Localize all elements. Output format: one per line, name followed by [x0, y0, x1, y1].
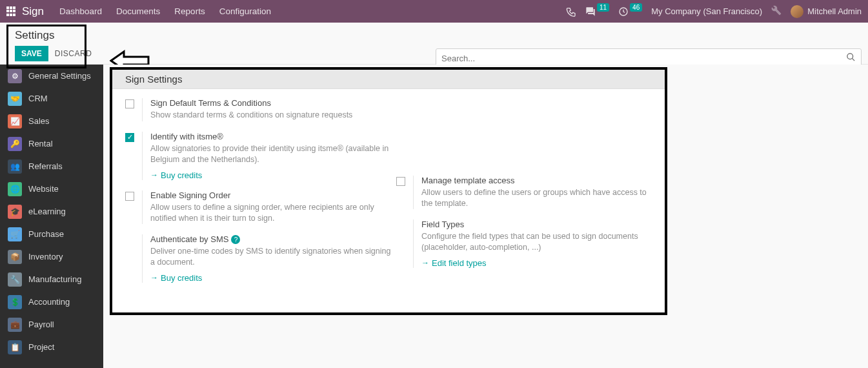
- header-row: Settings SAVE DISCARD: [0, 23, 868, 65]
- book-icon: 🎓: [8, 205, 22, 219]
- globe-icon: 🌐: [8, 182, 22, 196]
- link-edit-field-types[interactable]: Edit field types: [421, 258, 487, 268]
- checkbox-default-terms[interactable]: [125, 99, 134, 108]
- gear-icon: ⚙: [8, 69, 22, 83]
- discard-button[interactable]: DISCARD: [55, 49, 92, 58]
- payroll-icon: 💼: [8, 318, 22, 332]
- settings-right-column: Manage template access Allow users to de…: [396, 98, 652, 293]
- setting-title: Sign Default Terms & Conditions: [150, 98, 396, 108]
- settings-left-column: Sign Default Terms & Conditions Show sta…: [125, 98, 396, 293]
- debug-tools-icon[interactable]: [771, 5, 782, 17]
- sidebar-item-manufacturing[interactable]: 🔧Manufacturing: [0, 268, 103, 291]
- search-input[interactable]: [441, 54, 846, 63]
- sidebar-item-elearning[interactable]: 🎓eLearning: [0, 200, 103, 223]
- apps-grid-icon[interactable]: [6, 6, 17, 17]
- panel-header: Sign Settings: [112, 70, 665, 89]
- sidebar-item-label: Rental: [28, 139, 53, 148]
- sidebar-item-crm[interactable]: 🤝CRM: [0, 87, 103, 110]
- setting-title: Manage template access: [421, 176, 652, 185]
- top-menu: Dashboard Documents Reports Configuratio…: [59, 6, 271, 16]
- setting-title: Authenticate by SMS?: [150, 234, 396, 245]
- sidebar-item-label: Payroll: [28, 320, 54, 329]
- user-menu[interactable]: Mitchell Admin: [791, 5, 862, 18]
- sidebar-item-sales[interactable]: 📈Sales: [0, 110, 103, 132]
- sidebar-item-payroll[interactable]: 💼Payroll: [0, 313, 103, 336]
- sidebar-item-rental[interactable]: 🔑Rental: [0, 132, 103, 155]
- page-title: Settings: [15, 29, 78, 42]
- save-button[interactable]: SAVE: [15, 46, 48, 61]
- checkbox-identify-itsme[interactable]: [125, 133, 134, 142]
- svg-line-2: [852, 58, 854, 61]
- user-name: Mitchell Admin: [807, 6, 862, 16]
- people-icon: 👥: [8, 159, 22, 174]
- setting-field-types: Field Types Configure the field types th…: [396, 220, 652, 268]
- setting-title-text: Authenticate by SMS: [150, 234, 228, 244]
- setting-desc: Deliver one-time codes by SMS to identif…: [150, 246, 396, 268]
- setting-desc: Show standard terms & conditions on sign…: [150, 110, 396, 121]
- wrench-icon: 🔧: [8, 272, 22, 287]
- setting-identify-itsme: Identify with itsme® Allow signatories t…: [125, 132, 396, 180]
- sidebar-item-website[interactable]: 🌐Website: [0, 178, 103, 200]
- checkbox-signing-order[interactable]: [125, 192, 134, 201]
- setting-desc: Allow signatories to provide their ident…: [150, 143, 396, 165]
- setting-title: Identify with itsme®: [150, 132, 396, 141]
- handshake-icon: 🤝: [8, 92, 22, 106]
- activities-icon[interactable]: 46: [618, 6, 642, 17]
- messages-icon[interactable]: 11: [585, 6, 609, 17]
- phone-icon[interactable]: [566, 6, 576, 17]
- setting-desc: Allow users to define the users or group…: [421, 187, 652, 209]
- navbar-right: 11 46 My Company (San Francisco) Mitchel…: [566, 5, 862, 18]
- search-icon[interactable]: [846, 52, 856, 64]
- link-buy-credits-itsme[interactable]: Buy credits: [150, 170, 202, 180]
- sidebar-item-label: General Settings: [28, 71, 91, 81]
- sidebar-item-label: CRM: [28, 94, 48, 103]
- setting-template-access: Manage template access Allow users to de…: [396, 176, 652, 209]
- avatar: [791, 5, 803, 18]
- sign-settings-panel: Sign Settings Sign Default Terms & Condi…: [110, 67, 667, 315]
- project-icon: 📋: [8, 340, 22, 354]
- sidebar-item-label: Sales: [28, 116, 50, 126]
- box-icon: 📦: [8, 250, 22, 264]
- menu-reports[interactable]: Reports: [174, 6, 205, 16]
- sidebar-item-project[interactable]: 📋Project: [0, 336, 103, 358]
- menu-configuration[interactable]: Configuration: [219, 6, 271, 16]
- setting-title: Field Types: [421, 220, 652, 229]
- setting-title: Enable Signing Order: [150, 190, 396, 200]
- link-buy-credits-sms[interactable]: Buy credits: [150, 273, 202, 283]
- money-icon: 💲: [8, 295, 22, 309]
- menu-dashboard[interactable]: Dashboard: [59, 6, 102, 16]
- company-selector[interactable]: My Company (San Francisco): [651, 6, 762, 16]
- messages-badge: 11: [597, 3, 609, 12]
- content-area: Sign Settings Sign Default Terms & Condi…: [103, 65, 868, 368]
- sidebar-item-label: Accounting: [28, 297, 70, 307]
- key-icon: 🔑: [8, 137, 22, 151]
- sidebar-item-label: Website: [28, 184, 59, 194]
- checkbox-template-access[interactable]: [396, 177, 405, 186]
- top-navbar: Sign Dashboard Documents Reports Configu…: [0, 0, 868, 23]
- app-name[interactable]: Sign: [22, 5, 44, 18]
- setting-desc: Configure the field types that can be us…: [421, 231, 652, 253]
- sidebar-item-label: Purchase: [28, 229, 64, 239]
- setting-desc: Allow users to define a signing order, w…: [150, 202, 396, 224]
- sidebar-item-label: Inventory: [28, 252, 63, 261]
- cart-icon: 🛒: [8, 227, 22, 241]
- main-layout: ⚙General Settings 🤝CRM 📈Sales 🔑Rental 👥R…: [0, 65, 868, 368]
- setting-default-terms: Sign Default Terms & Conditions Show sta…: [125, 98, 396, 121]
- settings-sidebar: ⚙General Settings 🤝CRM 📈Sales 🔑Rental 👥R…: [0, 65, 103, 368]
- menu-documents[interactable]: Documents: [116, 6, 160, 16]
- settings-header-box: Settings SAVE DISCARD: [6, 25, 86, 68]
- sidebar-item-purchase[interactable]: 🛒Purchase: [0, 223, 103, 245]
- sidebar-item-inventory[interactable]: 📦Inventory: [0, 245, 103, 268]
- sidebar-item-label: Referrals: [28, 161, 63, 171]
- help-icon[interactable]: ?: [231, 235, 240, 244]
- chart-icon: 📈: [8, 114, 22, 128]
- setting-auth-sms: Authenticate by SMS? Deliver one-time co…: [125, 234, 396, 283]
- sidebar-item-referrals[interactable]: 👥Referrals: [0, 155, 103, 178]
- sidebar-item-accounting[interactable]: 💲Accounting: [0, 291, 103, 313]
- sidebar-item-label: Manufacturing: [28, 274, 81, 284]
- svg-point-1: [847, 54, 853, 59]
- activities-badge: 46: [630, 3, 642, 12]
- sidebar-item-label: Project: [28, 342, 54, 352]
- setting-signing-order: Enable Signing Order Allow users to defi…: [125, 190, 396, 224]
- sidebar-item-label: eLearning: [28, 207, 66, 216]
